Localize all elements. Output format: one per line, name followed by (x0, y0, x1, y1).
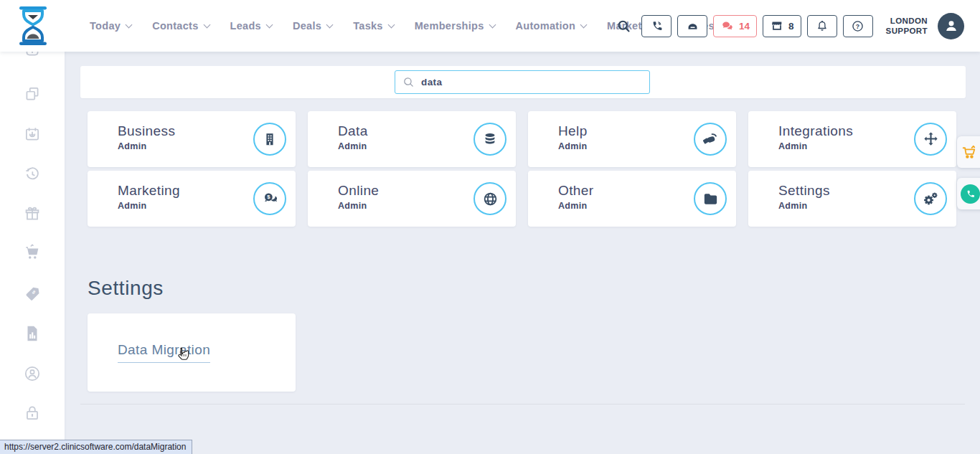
card-help[interactable]: Help Admin (528, 111, 736, 167)
card-integrations[interactable]: Integrations Admin (748, 111, 956, 167)
svg-text:$: $ (267, 194, 270, 200)
floating-whatsapp-tab[interactable] (957, 178, 980, 209)
cart-icon[interactable] (23, 244, 42, 263)
building-icon (262, 131, 278, 147)
inbox-button[interactable] (677, 15, 707, 37)
chevron-down-icon (580, 21, 588, 28)
card-business[interactable]: Business Admin (88, 111, 296, 167)
account-name-line1: LONDON (886, 16, 928, 26)
card-icon-circle (914, 182, 947, 215)
card-online[interactable]: Online Admin (308, 171, 516, 227)
nav-tasks[interactable]: Tasks (353, 20, 394, 32)
inbox-icon (685, 19, 700, 33)
module-cards-grid: Business Admin Data Admin Help Admin (88, 111, 957, 227)
phone-button[interactable] (641, 15, 672, 37)
shopping-cart-icon (961, 143, 979, 161)
card-icon-circle (253, 123, 286, 156)
history-icon[interactable] (23, 165, 42, 184)
gears-icon (922, 190, 939, 207)
user-badge-icon[interactable] (23, 364, 42, 383)
nav-today[interactable]: Today (90, 20, 131, 32)
card-icon-circle (694, 182, 727, 215)
top-header: Today Contacts Leads Deals Tasks Members… (0, 0, 980, 52)
nav-deals[interactable]: Deals (293, 20, 332, 32)
left-sidebar: $ (0, 0, 65, 454)
lock-icon[interactable] (23, 404, 42, 422)
folder-icon (702, 191, 719, 207)
svg-text:?: ? (856, 22, 859, 29)
help-icon: ? (851, 19, 864, 33)
card-other[interactable]: Other Admin (528, 171, 736, 227)
card-icon-circle (473, 182, 507, 215)
phone-icon (650, 19, 664, 33)
user-avatar[interactable] (938, 13, 964, 39)
chat-button[interactable]: 14 (713, 15, 757, 37)
section-divider (80, 404, 965, 405)
card-data[interactable]: Data Admin (308, 111, 516, 167)
chat-icon (720, 19, 735, 32)
module-search-bar (80, 66, 966, 98)
account-name: LONDON SUPPORT (886, 16, 928, 37)
data-migration-link[interactable]: Data Migration (118, 342, 210, 363)
globe-icon (482, 191, 499, 207)
gift-icon[interactable] (23, 204, 42, 223)
whatsapp-icon (961, 184, 980, 204)
search-input-icon (402, 76, 415, 88)
card-icon-circle: $ (253, 182, 286, 215)
search-icon[interactable] (616, 19, 631, 34)
shop-count-badge: 8 (788, 21, 794, 32)
chevron-down-icon (266, 21, 273, 28)
browser-status-bar: https://server2.clinicsoftware.com/dataM… (0, 440, 192, 454)
nav-leads[interactable]: Leads (230, 20, 272, 32)
chevron-down-icon (489, 21, 496, 28)
price-tag-icon[interactable]: $ (23, 285, 42, 303)
nav-label: Today (90, 20, 121, 32)
database-icon (482, 131, 498, 147)
header-toolbar: 14 8 ? LONDON SUPPORT (616, 0, 964, 52)
chevron-down-icon (387, 21, 395, 28)
card-marketing[interactable]: Marketing Admin $ (88, 171, 296, 227)
nav-label: Deals (293, 20, 321, 32)
calendar-download-icon[interactable] (23, 125, 42, 143)
nav-label: Automation (516, 20, 576, 32)
nav-label: Leads (230, 20, 261, 32)
card-icon-circle (914, 123, 947, 156)
card-settings[interactable]: Settings Admin (748, 171, 956, 227)
account-name-line2: SUPPORT (886, 26, 928, 36)
handshake-icon (702, 131, 719, 148)
nav-memberships[interactable]: Memberships (415, 20, 495, 32)
data-migration-card[interactable]: Data Migration (88, 313, 296, 392)
copy-icon[interactable] (23, 85, 42, 103)
shop-button[interactable]: 8 (763, 15, 801, 37)
module-search (395, 70, 650, 94)
chat-dollar-icon: $ (262, 191, 278, 207)
chat-count-badge: 14 (739, 21, 750, 32)
nav-label: Memberships (415, 20, 484, 32)
card-icon-circle (473, 123, 507, 156)
notifications-button[interactable] (807, 15, 837, 37)
floating-cart-tab[interactable] (957, 136, 980, 168)
shop-icon (770, 19, 784, 33)
chevron-down-icon (203, 21, 210, 28)
user-icon (943, 18, 959, 34)
nav-label: Contacts (152, 20, 198, 32)
chevron-down-icon (326, 21, 334, 28)
report-icon[interactable] (23, 324, 42, 343)
nav-label: Tasks (353, 20, 383, 32)
bell-icon (816, 19, 829, 33)
nav-automation[interactable]: Automation (516, 20, 587, 32)
help-button[interactable]: ? (843, 15, 873, 37)
card-icon-circle (694, 123, 727, 156)
move-arrows-icon (923, 131, 939, 148)
hourglass-logo[interactable] (14, 6, 52, 46)
search-input[interactable] (395, 70, 650, 94)
section-heading-settings: Settings (88, 277, 164, 300)
chevron-down-icon (126, 21, 133, 28)
nav-contacts[interactable]: Contacts (152, 20, 209, 32)
